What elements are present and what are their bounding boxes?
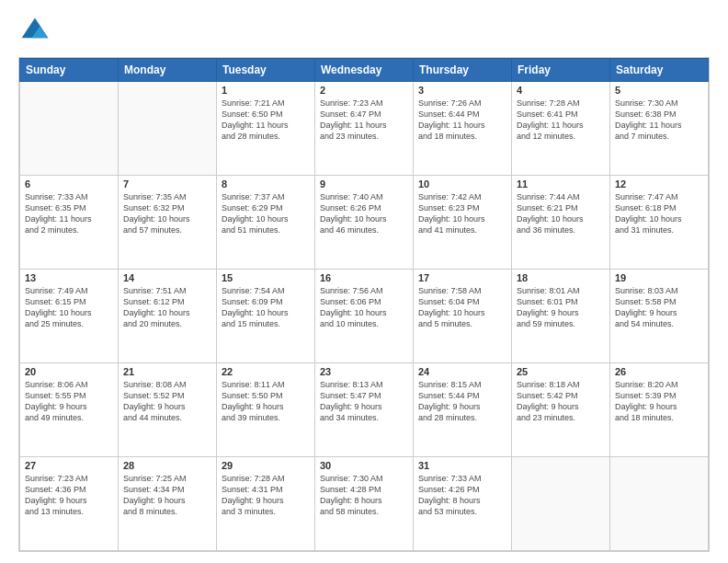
day-number: 13 — [25, 272, 113, 283]
day-info: Sunrise: 7:35 AM Sunset: 6:32 PM Dayligh… — [123, 191, 211, 236]
day-number: 10 — [418, 178, 506, 190]
weekday-header-tuesday: Tuesday — [217, 59, 315, 82]
weekday-header-thursday: Thursday — [414, 59, 512, 82]
calendar-cell — [512, 457, 610, 551]
calendar-cell: 30Sunrise: 7:30 AM Sunset: 4:28 PM Dayli… — [315, 457, 414, 551]
weekday-row: SundayMondayTuesdayWednesdayThursdayFrid… — [20, 59, 709, 82]
calendar-week-2: 6Sunrise: 7:33 AM Sunset: 6:35 PM Daylig… — [20, 176, 709, 270]
calendar-cell: 16Sunrise: 7:56 AM Sunset: 6:06 PM Dayli… — [315, 270, 414, 363]
calendar-cell: 10Sunrise: 7:42 AM Sunset: 6:23 PM Dayli… — [414, 176, 512, 270]
day-number: 31 — [418, 460, 506, 471]
weekday-header-monday: Monday — [119, 59, 217, 82]
calendar-cell: 31Sunrise: 7:33 AM Sunset: 4:26 PM Dayli… — [414, 457, 512, 551]
logo — [18, 15, 55, 48]
calendar-cell: 8Sunrise: 7:37 AM Sunset: 6:29 PM Daylig… — [217, 176, 315, 270]
calendar-cell — [20, 82, 119, 176]
calendar-week-1: 1Sunrise: 7:21 AM Sunset: 6:50 PM Daylig… — [20, 82, 709, 176]
calendar-cell: 22Sunrise: 8:11 AM Sunset: 5:50 PM Dayli… — [217, 363, 315, 457]
day-info: Sunrise: 7:25 AM Sunset: 4:34 PM Dayligh… — [123, 473, 211, 518]
day-number: 26 — [615, 366, 703, 377]
day-number: 16 — [320, 272, 408, 283]
calendar-cell: 15Sunrise: 7:54 AM Sunset: 6:09 PM Dayli… — [217, 270, 315, 363]
day-info: Sunrise: 8:13 AM Sunset: 5:47 PM Dayligh… — [320, 379, 408, 424]
day-number: 6 — [25, 178, 113, 190]
calendar-week-5: 27Sunrise: 7:23 AM Sunset: 4:36 PM Dayli… — [20, 457, 709, 551]
calendar-cell: 17Sunrise: 7:58 AM Sunset: 6:04 PM Dayli… — [414, 270, 512, 363]
calendar-cell: 2Sunrise: 7:23 AM Sunset: 6:47 PM Daylig… — [315, 82, 414, 176]
calendar-cell: 29Sunrise: 7:28 AM Sunset: 4:31 PM Dayli… — [217, 457, 315, 551]
calendar-cell: 27Sunrise: 7:23 AM Sunset: 4:36 PM Dayli… — [20, 457, 119, 551]
day-info: Sunrise: 7:26 AM Sunset: 6:44 PM Dayligh… — [418, 98, 506, 143]
day-info: Sunrise: 7:58 AM Sunset: 6:04 PM Dayligh… — [418, 285, 506, 330]
day-info: Sunrise: 8:06 AM Sunset: 5:55 PM Dayligh… — [25, 379, 113, 424]
calendar-cell: 12Sunrise: 7:47 AM Sunset: 6:18 PM Dayli… — [610, 176, 709, 270]
day-info: Sunrise: 7:54 AM Sunset: 6:09 PM Dayligh… — [222, 285, 310, 330]
calendar-cell: 18Sunrise: 8:01 AM Sunset: 6:01 PM Dayli… — [512, 270, 610, 363]
calendar-cell: 28Sunrise: 7:25 AM Sunset: 4:34 PM Dayli… — [119, 457, 217, 551]
calendar-header: SundayMondayTuesdayWednesdayThursdayFrid… — [20, 59, 709, 82]
day-info: Sunrise: 7:42 AM Sunset: 6:23 PM Dayligh… — [418, 191, 506, 236]
day-number: 4 — [517, 85, 605, 96]
calendar-cell: 19Sunrise: 8:03 AM Sunset: 5:58 PM Dayli… — [610, 270, 709, 363]
day-info: Sunrise: 8:20 AM Sunset: 5:39 PM Dayligh… — [615, 379, 703, 424]
calendar-cell: 26Sunrise: 8:20 AM Sunset: 5:39 PM Dayli… — [610, 363, 709, 457]
day-info: Sunrise: 7:56 AM Sunset: 6:06 PM Dayligh… — [320, 285, 408, 330]
day-number: 27 — [25, 460, 113, 471]
day-number: 29 — [222, 460, 310, 471]
day-number: 28 — [123, 460, 211, 471]
calendar-cell: 6Sunrise: 7:33 AM Sunset: 6:35 PM Daylig… — [20, 176, 119, 270]
calendar-cell — [610, 457, 709, 551]
calendar-cell: 7Sunrise: 7:35 AM Sunset: 6:32 PM Daylig… — [119, 176, 217, 270]
day-info: Sunrise: 7:37 AM Sunset: 6:29 PM Dayligh… — [222, 191, 310, 236]
calendar-cell: 23Sunrise: 8:13 AM Sunset: 5:47 PM Dayli… — [315, 363, 414, 457]
weekday-header-saturday: Saturday — [610, 59, 709, 82]
day-info: Sunrise: 8:01 AM Sunset: 6:01 PM Dayligh… — [517, 285, 605, 330]
day-number: 12 — [615, 178, 703, 190]
day-info: Sunrise: 7:51 AM Sunset: 6:12 PM Dayligh… — [123, 285, 211, 330]
calendar-cell: 1Sunrise: 7:21 AM Sunset: 6:50 PM Daylig… — [217, 82, 315, 176]
day-number: 2 — [320, 85, 408, 96]
calendar-cell: 5Sunrise: 7:30 AM Sunset: 6:38 PM Daylig… — [610, 82, 709, 176]
day-info: Sunrise: 7:28 AM Sunset: 4:31 PM Dayligh… — [222, 473, 310, 518]
calendar-week-3: 13Sunrise: 7:49 AM Sunset: 6:15 PM Dayli… — [20, 270, 709, 363]
day-info: Sunrise: 7:44 AM Sunset: 6:21 PM Dayligh… — [517, 191, 605, 236]
weekday-header-wednesday: Wednesday — [315, 59, 414, 82]
calendar-cell: 4Sunrise: 7:28 AM Sunset: 6:41 PM Daylig… — [512, 82, 610, 176]
calendar-cell: 14Sunrise: 7:51 AM Sunset: 6:12 PM Dayli… — [119, 270, 217, 363]
day-number: 15 — [222, 272, 310, 283]
day-info: Sunrise: 7:30 AM Sunset: 4:28 PM Dayligh… — [320, 473, 408, 518]
day-number: 20 — [25, 366, 113, 377]
calendar-cell: 9Sunrise: 7:40 AM Sunset: 6:26 PM Daylig… — [315, 176, 414, 270]
calendar-cell: 11Sunrise: 7:44 AM Sunset: 6:21 PM Dayli… — [512, 176, 610, 270]
day-number: 25 — [517, 366, 605, 377]
day-info: Sunrise: 8:11 AM Sunset: 5:50 PM Dayligh… — [222, 379, 310, 424]
weekday-header-friday: Friday — [512, 59, 610, 82]
day-number: 5 — [615, 85, 703, 96]
day-number: 24 — [418, 366, 506, 377]
calendar-cell — [119, 82, 217, 176]
day-info: Sunrise: 7:33 AM Sunset: 4:26 PM Dayligh… — [418, 473, 506, 518]
day-info: Sunrise: 7:23 AM Sunset: 4:36 PM Dayligh… — [25, 473, 113, 518]
day-info: Sunrise: 7:49 AM Sunset: 6:15 PM Dayligh… — [25, 285, 113, 330]
day-number: 9 — [320, 178, 408, 190]
day-number: 18 — [517, 272, 605, 283]
day-info: Sunrise: 7:28 AM Sunset: 6:41 PM Dayligh… — [517, 98, 605, 143]
calendar-table: SundayMondayTuesdayWednesdayThursdayFrid… — [19, 58, 709, 551]
day-number: 19 — [615, 272, 703, 283]
calendar-cell: 21Sunrise: 8:08 AM Sunset: 5:52 PM Dayli… — [119, 363, 217, 457]
day-number: 17 — [418, 272, 506, 283]
day-info: Sunrise: 8:15 AM Sunset: 5:44 PM Dayligh… — [418, 379, 506, 424]
calendar-week-4: 20Sunrise: 8:06 AM Sunset: 5:55 PM Dayli… — [20, 363, 709, 457]
day-number: 22 — [222, 366, 310, 377]
calendar-cell: 3Sunrise: 7:26 AM Sunset: 6:44 PM Daylig… — [414, 82, 512, 176]
day-info: Sunrise: 7:40 AM Sunset: 6:26 PM Dayligh… — [320, 191, 408, 236]
calendar-cell: 24Sunrise: 8:15 AM Sunset: 5:44 PM Dayli… — [414, 363, 512, 457]
calendar: SundayMondayTuesdayWednesdayThursdayFrid… — [18, 57, 710, 552]
day-number: 23 — [320, 366, 408, 377]
day-number: 3 — [418, 85, 506, 96]
day-number: 14 — [123, 272, 211, 283]
day-info: Sunrise: 7:21 AM Sunset: 6:50 PM Dayligh… — [222, 98, 310, 143]
calendar-cell: 25Sunrise: 8:18 AM Sunset: 5:42 PM Dayli… — [512, 363, 610, 457]
day-info: Sunrise: 8:03 AM Sunset: 5:58 PM Dayligh… — [615, 285, 703, 330]
header — [18, 15, 710, 48]
